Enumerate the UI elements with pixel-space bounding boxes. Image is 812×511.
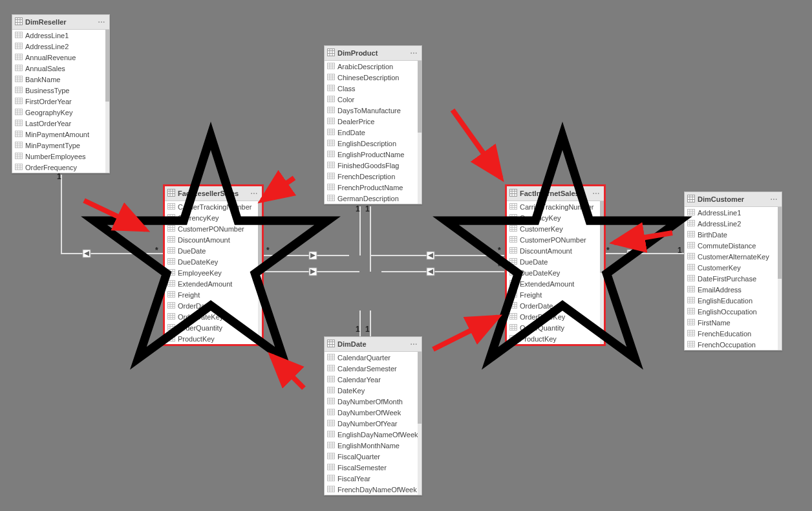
field-row[interactable]: EnglishOccupation xyxy=(685,306,782,317)
more-menu-icon[interactable]: ··· xyxy=(251,190,258,197)
table-dimdate[interactable]: DimDate···CalendarQuarterCalendarSemeste… xyxy=(324,336,422,495)
field-row[interactable]: CarrierTrackingNumber xyxy=(165,201,262,212)
scrollbar-thumb[interactable] xyxy=(778,207,782,279)
field-row[interactable]: DateKey xyxy=(325,385,422,396)
table-header[interactable]: FactInternetSales··· xyxy=(507,186,604,201)
table-header[interactable]: DimCustomer··· xyxy=(685,192,782,207)
table-header[interactable]: FactResellerSales··· xyxy=(165,186,262,201)
field-row[interactable]: FrenchDescription xyxy=(325,171,422,182)
scrollbar[interactable] xyxy=(778,207,782,350)
field-row[interactable]: ProductKey xyxy=(165,333,262,344)
field-row[interactable]: ChineseDescription xyxy=(325,72,422,83)
field-row[interactable]: ArabicDescription xyxy=(325,61,422,72)
scrollbar[interactable] xyxy=(105,30,109,173)
table-factresellersales[interactable]: FactResellerSales···CarrierTrackingNumbe… xyxy=(164,185,263,345)
field-row[interactable]: OrderDate xyxy=(165,300,262,311)
field-row[interactable]: AnnualSales xyxy=(12,63,109,74)
scrollbar-thumb[interactable] xyxy=(105,30,109,102)
field-row[interactable]: DayNumberOfMonth xyxy=(325,396,422,407)
field-row[interactable]: DateFirstPurchase xyxy=(685,273,782,284)
field-row[interactable]: EnglishMonthName xyxy=(325,440,422,451)
table-dimreseller[interactable]: DimReseller···AddressLine1AddressLine2An… xyxy=(12,14,110,173)
field-row[interactable]: CalendarQuarter xyxy=(325,352,422,363)
field-row[interactable]: CommuteDistance xyxy=(685,240,782,251)
field-row[interactable]: EnglishDayNameOfWeek xyxy=(325,429,422,440)
scrollbar[interactable] xyxy=(600,201,604,344)
field-row[interactable]: EnglishDescription xyxy=(325,138,422,149)
more-menu-icon[interactable]: ··· xyxy=(771,196,778,203)
field-row[interactable]: AddressLine1 xyxy=(12,30,109,41)
field-row[interactable]: MinPaymentAmount xyxy=(12,129,109,140)
field-row[interactable]: ProductKey xyxy=(507,333,604,344)
field-row[interactable]: Class xyxy=(325,83,422,94)
scrollbar-thumb[interactable] xyxy=(258,201,262,273)
field-row[interactable]: DueDate xyxy=(165,245,262,256)
field-row[interactable]: LastOrderYear xyxy=(12,118,109,129)
field-row[interactable]: EnglishProductName xyxy=(325,149,422,160)
field-row[interactable]: DueDateKey xyxy=(507,267,604,278)
field-row[interactable]: CurrencyKey xyxy=(165,212,262,223)
scrollbar[interactable] xyxy=(258,201,262,344)
field-row[interactable]: Color xyxy=(325,94,422,105)
field-row[interactable]: GermanDescription xyxy=(325,193,422,204)
field-row[interactable]: ExtendedAmount xyxy=(165,278,262,289)
field-row[interactable]: FiscalQuarter xyxy=(325,451,422,462)
field-row[interactable]: CalendarYear xyxy=(325,374,422,385)
field-row[interactable]: Freight xyxy=(165,289,262,300)
field-row[interactable]: DaysToManufacture xyxy=(325,105,422,116)
field-row[interactable]: BirthDate xyxy=(685,229,782,240)
field-row[interactable]: CurrencyKey xyxy=(507,212,604,223)
field-row[interactable]: DiscountAmount xyxy=(507,245,604,256)
field-row[interactable]: CustomerPONumber xyxy=(507,234,604,245)
field-row[interactable]: FiscalYear xyxy=(325,473,422,484)
field-row[interactable]: AnnualRevenue xyxy=(12,52,109,63)
field-row[interactable]: OrderFrequency xyxy=(12,162,109,173)
field-row[interactable]: DayNumberOfYear xyxy=(325,418,422,429)
field-row[interactable]: CustomerAlternateKey xyxy=(685,251,782,262)
field-row[interactable]: FrenchEducation xyxy=(685,328,782,339)
field-row[interactable]: CustomerPONumber xyxy=(165,223,262,234)
field-row[interactable]: DueDateKey xyxy=(165,256,262,267)
field-row[interactable]: DiscountAmount xyxy=(165,234,262,245)
field-row[interactable]: DealerPrice xyxy=(325,116,422,127)
scrollbar-thumb[interactable] xyxy=(418,61,422,133)
field-row[interactable]: Freight xyxy=(507,289,604,300)
field-row[interactable]: GeographyKey xyxy=(12,107,109,118)
field-row[interactable]: FirstName xyxy=(685,317,782,328)
field-row[interactable]: OrderQuantity xyxy=(507,322,604,333)
field-row[interactable]: EmployeeKey xyxy=(165,267,262,278)
field-row[interactable]: BusinessType xyxy=(12,85,109,96)
field-row[interactable]: AddressLine1 xyxy=(685,207,782,218)
field-row[interactable]: BankName xyxy=(12,74,109,85)
more-menu-icon[interactable]: ··· xyxy=(411,341,418,348)
field-row[interactable]: DueDate xyxy=(507,256,604,267)
field-row[interactable]: EndDate xyxy=(325,127,422,138)
more-menu-icon[interactable]: ··· xyxy=(411,50,418,57)
field-row[interactable]: EmailAddress xyxy=(685,284,782,295)
field-row[interactable]: MinPaymentType xyxy=(12,140,109,151)
table-factinternetsales[interactable]: FactInternetSales···CarrierTrackingNumbe… xyxy=(506,185,605,345)
field-row[interactable]: AddressLine2 xyxy=(12,41,109,52)
table-header[interactable]: DimDate··· xyxy=(325,337,422,352)
field-row[interactable]: CarrierTrackingNumber xyxy=(507,201,604,212)
table-header[interactable]: DimReseller··· xyxy=(12,15,109,30)
field-row[interactable]: ExtendedAmount xyxy=(507,278,604,289)
more-menu-icon[interactable]: ··· xyxy=(593,190,600,197)
field-row[interactable]: FrenchOccupation xyxy=(685,339,782,350)
field-row[interactable]: OrderDateKey xyxy=(507,311,604,322)
field-row[interactable]: FirstOrderYear xyxy=(12,96,109,107)
field-row[interactable]: AddressLine2 xyxy=(685,218,782,229)
field-row[interactable]: CustomerKey xyxy=(685,262,782,273)
scrollbar-thumb[interactable] xyxy=(418,352,422,424)
field-row[interactable]: DayNumberOfWeek xyxy=(325,407,422,418)
field-row[interactable]: FrenchProductName xyxy=(325,182,422,193)
field-row[interactable]: FiscalSemester xyxy=(325,462,422,473)
field-row[interactable]: FrenchDayNameOfWeek xyxy=(325,484,422,495)
field-row[interactable]: CalendarSemester xyxy=(325,363,422,374)
scrollbar-thumb[interactable] xyxy=(600,201,604,273)
table-dimproduct[interactable]: DimProduct···ArabicDescriptionChineseDes… xyxy=(324,45,422,204)
field-row[interactable]: CustomerKey xyxy=(507,223,604,234)
more-menu-icon[interactable]: ··· xyxy=(98,19,105,26)
table-dimcustomer[interactable]: DimCustomer···AddressLine1AddressLine2Bi… xyxy=(684,191,782,351)
table-header[interactable]: DimProduct··· xyxy=(325,46,422,61)
